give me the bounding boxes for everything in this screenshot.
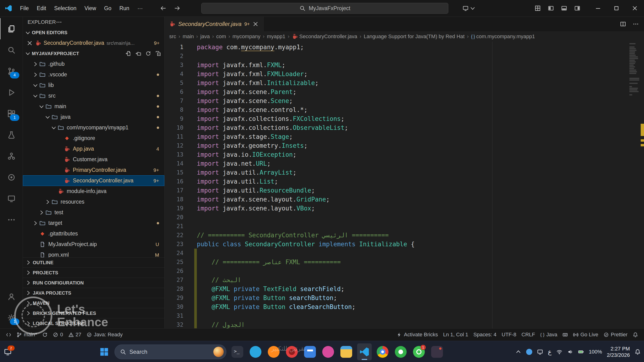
menu-run[interactable]: Run	[115, 5, 133, 11]
customize-layout[interactable]	[534, 5, 541, 11]
tree-item-com-mycompany-myapp1[interactable]: com\mycompany\myapp1	[23, 122, 164, 133]
taskbar-app-recorder[interactable]	[430, 344, 444, 360]
activity-more[interactable]	[0, 209, 23, 230]
sidebar-section-maven[interactable]: MAVEN	[23, 298, 164, 308]
breadcrumb-item-com[interactable]: com	[216, 34, 226, 40]
activity-search[interactable]	[0, 39, 23, 60]
command-center-search[interactable]: MyJavaFxProject	[201, 3, 448, 14]
start-button[interactable]	[98, 345, 111, 358]
menu-go[interactable]: Go	[100, 5, 116, 11]
status-git-branch[interactable]: main*	[14, 328, 40, 341]
activity-source-control[interactable]: 4	[0, 60, 23, 82]
minimap[interactable]	[630, 43, 640, 96]
clock[interactable]: 2:27 PM 2/23/2026	[607, 346, 630, 358]
tree-item-primarycontroller-java[interactable]: PrimaryController.java9+	[23, 165, 164, 175]
tree-item-module-info-java[interactable]: module-info.java	[23, 186, 164, 196]
taskbar-corner-icon[interactable]: 2	[4, 348, 12, 356]
window-maximize-button[interactable]	[607, 0, 626, 16]
window-close-button[interactable]	[626, 0, 644, 16]
close-icon[interactable]	[27, 40, 33, 46]
menu-more[interactable]: ···	[134, 5, 147, 11]
breadcrumb-item-language-support-for-java-tm-by-red-hat[interactable]: Language Support for Java(TM) by Red Hat	[364, 34, 464, 40]
history-back-icon[interactable]	[160, 5, 166, 11]
new-file-icon[interactable]	[126, 51, 131, 56]
breadcrumb-item-myapp1[interactable]: myapp1	[267, 34, 285, 40]
tree-item-customer-java[interactable]: Customer.java	[23, 154, 164, 165]
wifi-icon[interactable]	[556, 349, 562, 355]
breadcrumb-item-mycompany[interactable]: mycompany	[232, 34, 260, 40]
tree-item-vscode[interactable]: .vscode	[23, 69, 164, 80]
tree-item-pom-xml[interactable]: pom.xmlM	[23, 250, 164, 257]
explorer-more-actions-icon[interactable]	[56, 19, 62, 25]
status-keyboard-layout[interactable]	[560, 328, 570, 341]
activity-accounts[interactable]	[0, 286, 23, 307]
breadcrumb-item-secondarycontroller-java[interactable]: SecondaryController.java	[292, 34, 357, 40]
menu-file[interactable]: File	[16, 5, 33, 11]
status-sync[interactable]	[40, 328, 50, 341]
sidebar-section-logical-structure[interactable]: LOGICAL STRUCTURE	[23, 318, 164, 328]
open-editors-header[interactable]: OPEN EDITORS	[23, 27, 164, 38]
status-indentation[interactable]: Spaces: 4	[471, 328, 499, 341]
status-java-status[interactable]: Java: Ready	[84, 328, 125, 341]
status-remote[interactable]	[3, 328, 14, 341]
breadcrumb-item-src[interactable]: src	[169, 34, 176, 40]
tree-item-target[interactable]: target	[23, 218, 164, 228]
tree-item-test[interactable]: test	[23, 207, 164, 218]
tab-secondarycontroller[interactable]: SecondaryController.java 9+	[164, 17, 264, 31]
refresh-explorer-icon[interactable]	[146, 51, 151, 56]
split-editor-icon[interactable]	[620, 21, 626, 27]
breadcrumb-item-com-mycompany-myapp1[interactable]: { }com.mycompany.myapp1	[471, 34, 535, 40]
code-editor[interactable]: 1package com.mycompany.myapp1;23import j…	[164, 42, 644, 328]
tray-app-icon[interactable]	[526, 349, 532, 355]
external-display-icon[interactable]	[537, 349, 543, 355]
tree-item-gitattributes[interactable]: .gitattributes	[23, 228, 164, 239]
input-language-indicator[interactable]: ع	[548, 348, 552, 356]
status-activate-bricks[interactable]: Activate Bricks	[394, 328, 440, 341]
taskbar-search[interactable]: Search	[114, 344, 226, 359]
status-eol[interactable]: CRLF	[519, 328, 538, 341]
taskbar-app-edge[interactable]	[248, 344, 263, 360]
collapse-folders-icon[interactable]	[155, 51, 161, 56]
tree-item-app-java[interactable]: App.java4	[23, 144, 164, 154]
status-warnings[interactable]: 27	[66, 328, 84, 341]
open-editor-item[interactable]: SecondaryController.java src\main\ja... …	[23, 38, 164, 48]
taskbar-app-camera[interactable]	[394, 344, 408, 360]
tab-close-icon[interactable]	[252, 21, 258, 27]
tray-expand-icon[interactable]	[515, 349, 522, 355]
sidebar-section-projects[interactable]: PROJECTS	[23, 268, 164, 278]
tree-item-src[interactable]: src	[23, 90, 164, 101]
breadcrumb-item-java[interactable]: java	[200, 34, 210, 40]
activity-extensions[interactable]: 1	[0, 103, 23, 124]
breadcrumb-item-main[interactable]: main	[183, 34, 194, 40]
battery-icon[interactable]	[578, 349, 584, 355]
activity-testing[interactable]	[0, 124, 23, 146]
tree-item-lib[interactable]: lib	[23, 80, 164, 90]
activity-project-manager[interactable]	[0, 146, 23, 166]
new-folder-icon[interactable]	[136, 51, 141, 56]
status-cursor-position[interactable]: Ln 1, Col 1	[440, 328, 471, 341]
status-errors[interactable]: 0	[50, 328, 66, 341]
tree-item-github[interactable]: .github	[23, 59, 164, 69]
project-header[interactable]: MYJAVAFXPROJECT	[23, 48, 164, 59]
activity-live-share[interactable]	[0, 166, 23, 188]
activity-explorer[interactable]	[0, 18, 23, 39]
screencast-menu[interactable]	[462, 5, 476, 11]
activity-run-debug[interactable]	[0, 82, 23, 103]
window-minimize-button[interactable]	[589, 0, 607, 16]
activity-remote-explorer[interactable]	[0, 188, 23, 209]
editor-more-actions-icon[interactable]	[633, 21, 639, 27]
status-go-live[interactable]: Go Live	[570, 328, 601, 341]
taskbar-app-chrome[interactable]	[375, 344, 390, 360]
taskbar-app-firefox[interactable]	[266, 344, 281, 360]
menu-view[interactable]: View	[80, 5, 100, 11]
volume-icon[interactable]	[567, 349, 573, 355]
taskbar-app-terminal[interactable]	[230, 344, 245, 360]
notification-bell-icon[interactable]	[634, 349, 641, 355]
sidebar-section-outline[interactable]: OUTLINE	[23, 257, 164, 268]
status-prettier[interactable]: Prettier	[601, 328, 630, 341]
tree-item-secondarycontroller-java[interactable]: SecondaryController.java9+	[23, 175, 164, 186]
status-encoding[interactable]: UTF-8	[499, 328, 519, 341]
taskbar-app-whatsapp[interactable]: 1	[412, 344, 426, 360]
taskbar-app-file-explorer[interactable]	[339, 344, 354, 360]
taskbar-app-vscode[interactable]	[357, 344, 372, 360]
